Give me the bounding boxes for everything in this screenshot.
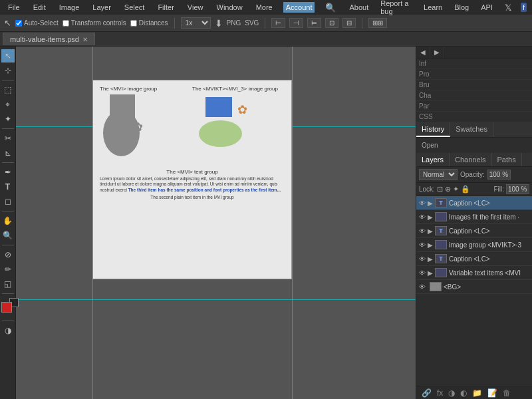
lock-pos-icon[interactable]: ⊕ [445,185,451,194]
fx-icon[interactable]: fx [437,388,443,398]
layer-eye-icon[interactable]: 👁 [419,200,426,207]
more-align-icon[interactable]: ⊟ [342,18,356,28]
auto-select-checkbox[interactable] [15,20,22,27]
blend-mode-select[interactable]: Normal Multiply Screen [419,169,458,180]
tool-move[interactable]: ⊹ [1,64,15,77]
menu-edit[interactable]: Edit [31,2,49,13]
trash-icon[interactable]: 🗑 [503,388,511,398]
tool-measure[interactable]: ⊾ [1,146,15,160]
download-icon[interactable]: ⬇ [215,18,223,29]
tab-layers[interactable]: Layers [416,153,450,166]
layer-name6: Variable text items <MVI [449,269,529,277]
menu-search-icon[interactable]: 🔍 [323,1,338,14]
tool-eraser[interactable]: ◱ [1,277,15,291]
menu-layer[interactable]: Layer [90,2,114,13]
tool-marquee[interactable]: ⬚ [1,83,15,96]
right-shapes: ✿ [192,97,285,164]
layer-item-imggroup[interactable]: 👁 ▶ image group <MVIKT>·3 [416,238,532,252]
note-icon[interactable]: 📝 [487,388,497,398]
layer-group-icon2: ▶ [428,213,433,221]
layer-item-bg[interactable]: 👁 <BG> [416,280,532,294]
zoom-select[interactable]: 1x 2x 0.5x [181,17,211,29]
history-item-open[interactable]: Open [419,140,529,150]
align-right-icon[interactable]: ⊨ [307,18,321,28]
folder-icon[interactable]: 📁 [472,388,482,398]
tool-select[interactable]: ↖ [1,49,15,63]
menu-bar: File Edit Image Layer Select Filter View… [0,0,532,15]
tool-shape[interactable]: ◻ [1,195,15,208]
distances-checkbox[interactable] [130,20,137,27]
extra-btn[interactable]: ⊞⊞ [368,18,387,28]
left-shapes: ✿ [100,94,192,161]
tab-history[interactable]: History [416,122,450,137]
fill-input[interactable] [506,184,529,194]
menu-more[interactable]: More [253,2,275,13]
transform-controls-checkbox[interactable] [63,20,69,27]
panel-btn-right[interactable]: ▶ [430,47,444,58]
menu-file[interactable]: File [5,2,23,13]
tool-eyedropper[interactable]: ⊘ [1,248,15,261]
link-blog[interactable]: Blog [452,2,471,13]
menu-select[interactable]: Select [122,2,148,13]
puzzle-icon-left: ✿ [133,120,143,134]
layer-eye-icon5[interactable]: 👁 [419,255,426,263]
layer-item-caption1[interactable]: 👁 ▶ T Caption <LC> [416,196,532,210]
tool-zoom[interactable]: 🔍 [1,229,15,242]
tool-pen[interactable]: ✒ [1,166,15,179]
layer-thumb-group1 [435,212,447,221]
tool-crop[interactable]: ✂ [1,132,15,145]
tool-quickmask[interactable]: ◑ [1,324,15,337]
tab-paths[interactable]: Paths [492,153,522,166]
auto-select-label[interactable]: Auto-Select [15,19,59,27]
menu-filter[interactable]: Filter [155,2,176,13]
twitter-icon[interactable]: 𝕏 [502,1,514,14]
align-left-icon[interactable]: ⊢ [271,18,285,28]
distances-label[interactable]: Distances [130,19,168,27]
align-center-icon[interactable]: ⊣ [289,18,303,28]
menu-image[interactable]: Image [57,2,82,13]
lock-all-icon[interactable]: 🔒 [461,185,470,194]
link-icon[interactable]: 🔗 [422,388,432,398]
link-learn[interactable]: Learn [421,2,445,13]
adj-icon[interactable]: ◐ [460,388,467,398]
layer-name4: image group <MVIKT>·3 [449,241,529,249]
layer-eye-icon4[interactable]: 👁 [419,241,426,249]
mask-icon[interactable]: ◑ [448,388,455,398]
tool-wand[interactable]: ✦ [1,112,15,126]
layer-item-vartext[interactable]: 👁 ▶ Variable text items <MVI [416,266,532,280]
layer-eye-icon2[interactable]: 👁 [419,213,426,221]
tool-brush[interactable]: ✏ [1,263,15,276]
menu-window[interactable]: Window [214,2,245,13]
tab-swatches[interactable]: Swatches [450,122,493,137]
transform-controls-label[interactable]: Transform controls [63,19,126,27]
layer-eye-icon7[interactable]: 👁 [419,283,426,291]
link-about[interactable]: About [346,2,371,13]
layer-item-caption2[interactable]: 👁 ▶ T Caption <LC> [416,224,532,238]
layer-eye-icon3[interactable]: 👁 [419,227,426,235]
tab-channels[interactable]: Channels [450,153,491,166]
foreground-color[interactable] [1,302,12,313]
document-tab[interactable]: multi-value-items.psd ✕ [3,33,95,45]
tool-type[interactable]: T [1,180,15,194]
layer-item-caption3[interactable]: 👁 ▶ T Caption <LC> [416,252,532,266]
layer-item-images[interactable]: 👁 ▶ Images fit the first item · [416,210,532,224]
tool-lasso[interactable]: ⌖ [1,98,15,111]
opacity-input[interactable] [487,170,511,180]
canvas-area[interactable]: The <MVI> image group ✿ The <MVIKT><MVI_… [16,47,416,399]
move-tool-icon[interactable]: ↖ [4,18,11,28]
menu-view[interactable]: View [185,2,206,13]
lock-art-icon[interactable]: ✦ [453,185,459,194]
link-reportbug[interactable]: Report a bug [378,0,414,17]
png-label[interactable]: PNG [227,19,241,27]
facebook-icon[interactable]: f [521,3,527,12]
lock-px-icon[interactable]: ⊡ [437,185,443,194]
layer-eye-icon6[interactable]: 👁 [419,269,426,277]
tool-hand[interactable]: ✋ [1,214,15,227]
tool-sep5 [2,245,14,245]
tab-close-icon[interactable]: ✕ [82,36,88,43]
link-api[interactable]: API [478,2,495,13]
svg-label[interactable]: SVG [245,19,259,27]
menu-account[interactable]: Account [283,2,315,13]
distribute-icon[interactable]: ⊡ [325,18,338,28]
panel-btn-left[interactable]: ◀ [416,47,430,58]
